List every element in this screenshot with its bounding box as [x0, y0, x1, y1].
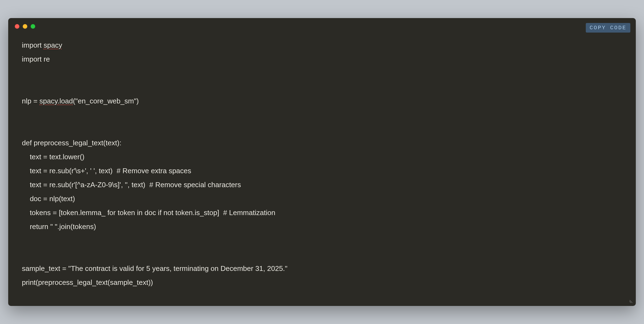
- code-text: text = re.sub(r'[^a-zA-Z0-9\s]', '', tex…: [22, 181, 241, 189]
- code-line: text = re.sub(r'[^a-zA-Z0-9\s]', '', tex…: [22, 178, 622, 192]
- copy-code-button[interactable]: COPY CODE: [586, 23, 630, 33]
- code-line: print(preprocess_legal_text(sample_text)…: [22, 276, 622, 290]
- code-line: [22, 80, 622, 94]
- code-text: print(preprocess_legal_text(sample_text)…: [22, 278, 153, 287]
- code-line: text = re.sub(r'\s+', ' ', text) # Remov…: [22, 164, 622, 178]
- code-text: import re: [22, 55, 50, 63]
- code-text: nlp =: [22, 97, 39, 105]
- code-line: text = text.lower(): [22, 150, 622, 164]
- resize-handle-icon[interactable]: [628, 298, 633, 303]
- spellcheck-squiggle: spacy.load: [39, 97, 73, 105]
- code-text: ("en_core_web_sm"): [73, 97, 139, 105]
- code-editor[interactable]: import spacyimport re nlp = spacy.load("…: [22, 38, 622, 289]
- code-text: def preprocess_legal_text(text):: [22, 139, 121, 147]
- code-line: import spacy: [22, 38, 622, 52]
- code-line: tokens = [token.lemma_ for token in doc …: [22, 206, 622, 220]
- code-line: sample_text = "The contract is valid for…: [22, 262, 622, 276]
- code-window: COPY CODE import spacyimport re nlp = sp…: [8, 18, 636, 306]
- maximize-icon[interactable]: [31, 24, 35, 29]
- code-text: doc = nlp(text): [22, 195, 75, 203]
- code-line: [22, 122, 622, 136]
- code-line: import re: [22, 52, 622, 66]
- code-line: return " ".join(tokens): [22, 220, 622, 234]
- code-line: [22, 234, 622, 248]
- close-icon[interactable]: [15, 24, 19, 29]
- code-text: text = text.lower(): [22, 153, 84, 161]
- code-line: nlp = spacy.load("en_core_web_sm"): [22, 94, 622, 108]
- code-line: def preprocess_legal_text(text):: [22, 136, 622, 150]
- code-line: [22, 248, 622, 262]
- code-text: return " ".join(tokens): [22, 222, 96, 231]
- code-text: text = re.sub(r'\s+', ' ', text) # Remov…: [22, 167, 191, 175]
- window-controls: [15, 24, 35, 29]
- code-text: tokens = [token.lemma_ for token in doc …: [22, 209, 275, 217]
- minimize-icon[interactable]: [23, 24, 27, 29]
- code-text: import: [22, 41, 43, 49]
- code-line: doc = nlp(text): [22, 192, 622, 206]
- code-line: [22, 108, 622, 122]
- code-text: sample_text = "The contract is valid for…: [22, 264, 288, 273]
- spellcheck-squiggle: spacy: [43, 41, 62, 49]
- code-line: [22, 66, 622, 80]
